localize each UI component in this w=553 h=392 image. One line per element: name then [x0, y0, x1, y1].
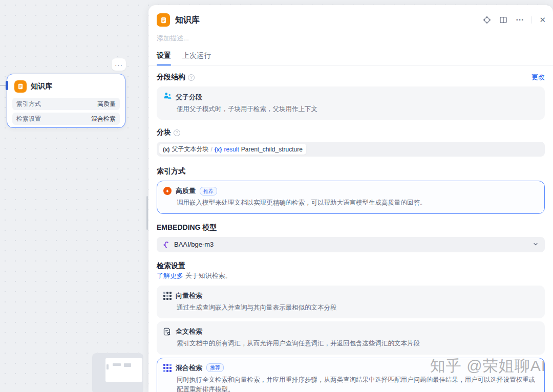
section-title-indexing: 索引方式: [157, 167, 185, 176]
node-row-label: 索引方式: [16, 100, 41, 108]
recommended-badge: 推荐: [206, 363, 224, 372]
learn-more-link[interactable]: 了解更多: [157, 272, 183, 279]
full-text-search-icon: [163, 328, 172, 336]
model-name: BAAI/bge-m3: [174, 241, 528, 248]
focus-node-icon[interactable]: [482, 15, 492, 25]
indexing-option-high-quality[interactable]: ✦ 高质量 推荐 调用嵌入模型来处理文档以实现更精确的检索，可以帮助大语言模型生…: [157, 181, 545, 213]
chunk-variable-input[interactable]: (x) 父子文本分块 / {x} result Parent_child_str…: [157, 142, 545, 157]
card-title: 高质量: [176, 186, 196, 195]
card-title: 父子分段: [176, 93, 202, 102]
card-desc: 调用嵌入模型来处理文档以实现更精确的检索，可以帮助大语言模型生成高质量的回答。: [177, 198, 538, 208]
panel-tabs: 设置 上次运行: [148, 43, 553, 66]
embedding-model-select[interactable]: BAAI/bge-m3: [157, 237, 545, 252]
learn-more-suffix: 关于知识检索。: [183, 272, 232, 279]
tab-settings[interactable]: 设置: [157, 51, 171, 65]
hybrid-search-icon: [163, 364, 172, 372]
panel-header: 知识库 ··· ✕: [148, 5, 553, 27]
node-row-retrieval: 检索设置 混合检索: [12, 113, 120, 125]
retrieval-option-hybrid[interactable]: 混合检索 推荐 同时执行全文检索和向量检索，并应用重排序步骤，从两类查询结果中选…: [157, 358, 545, 392]
parent-child-icon: [163, 92, 172, 102]
node-input-handle[interactable]: [6, 81, 8, 90]
card-title: 混合检索: [176, 363, 202, 373]
var-prefix: {x}: [215, 146, 222, 153]
card-desc: 使用父子模式时，子块用于检索，父块用作上下文: [177, 104, 538, 114]
var-field: Parent_child_structure: [241, 146, 303, 153]
description-input[interactable]: 添加描述...: [148, 27, 553, 43]
vector-search-icon: [163, 292, 172, 300]
node-var-prefix: (x): [163, 146, 169, 153]
change-link[interactable]: 更改: [531, 73, 545, 82]
node-more-button[interactable]: ···: [112, 58, 126, 71]
help-icon[interactable]: ?: [188, 74, 195, 81]
chevron-down-icon: [533, 240, 539, 249]
card-desc: 同时执行全文检索和向量检索，并应用重排序步骤，从两类查询结果中选择匹配用户问题的…: [177, 375, 538, 392]
variable-chip[interactable]: (x) 父子文本分块 / {x} result Parent_child_str…: [159, 144, 306, 155]
section-title-embedding: EMBEDDING 模型: [157, 223, 217, 232]
close-icon[interactable]: ✕: [539, 15, 546, 25]
node-row-indexing: 索引方式 高质量: [12, 98, 120, 110]
split-view-icon[interactable]: [499, 15, 508, 25]
panel-scrollbar[interactable]: [146, 196, 148, 230]
canvas-minimap[interactable]: [92, 353, 143, 392]
section-title-segment-structure: 分段结构: [157, 73, 185, 82]
section-title-retrieval: 检索设置: [157, 262, 185, 271]
knowledge-base-icon: [14, 80, 27, 93]
card-desc: 索引文档中的所有词汇，从而允许用户查询任意词汇，并返回包含这些词汇的文本片段: [177, 339, 538, 349]
minimap-viewport: [105, 358, 142, 382]
help-icon[interactable]: ?: [174, 129, 180, 136]
node-var-name: 父子文本分块: [172, 145, 208, 154]
header-divider: [531, 16, 532, 24]
node-title: 知识库: [31, 82, 52, 91]
node-row-value: 混合检索: [91, 115, 116, 123]
chip-separator: /: [210, 146, 212, 153]
tab-last-run[interactable]: 上次运行: [182, 51, 211, 65]
high-quality-icon: ✦: [163, 187, 172, 195]
node-row-value: 高质量: [97, 100, 116, 108]
more-menu-icon[interactable]: ···: [515, 15, 524, 25]
section-title-chunking: 分块: [157, 128, 171, 137]
card-title: 向量检索: [176, 291, 202, 300]
node-config-panel: 知识库 ··· ✕ 添加描述... 设置 上次运行 分段结构 ? 更改: [148, 5, 553, 392]
node-row-label: 检索设置: [16, 115, 41, 123]
segment-structure-card[interactable]: 父子分段 使用父子模式时，子块用于检索，父块用作上下文: [157, 86, 545, 120]
knowledge-base-icon: [157, 13, 170, 27]
retrieval-option-vector[interactable]: 向量检索 通过生成查询嵌入并查询与其向量表示最相似的文本分段: [157, 286, 545, 318]
model-provider-icon: [163, 241, 170, 248]
knowledge-base-node[interactable]: 知识库 索引方式 高质量 检索设置 混合检索: [7, 74, 125, 128]
recommended-badge: 推荐: [200, 187, 217, 195]
panel-title: 知识库: [175, 15, 482, 26]
var-name: result: [224, 146, 239, 153]
retrieval-option-fulltext[interactable]: 全文检索 索引文档中的所有词汇，从而允许用户查询任意词汇，并返回包含这些词汇的文…: [157, 321, 545, 354]
card-title: 全文检索: [176, 327, 202, 336]
card-desc: 通过生成查询嵌入并查询与其向量表示最相似的文本分段: [177, 303, 538, 313]
